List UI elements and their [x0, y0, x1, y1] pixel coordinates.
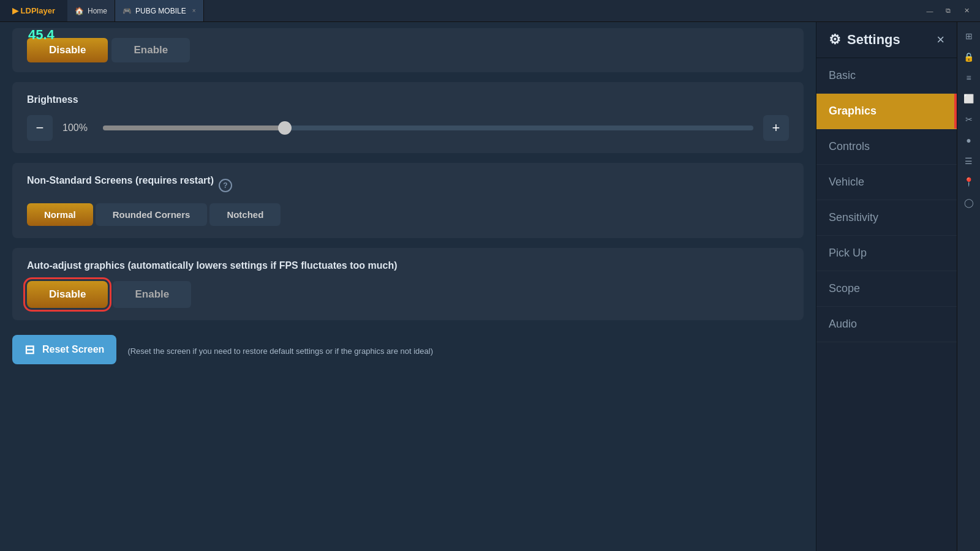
- tab-pubg-label: PUBG MOBILE: [135, 7, 186, 15]
- main-content: Disable Enable Brightness − 100% + Non-S…: [0, 22, 957, 551]
- top-enable-button[interactable]: Enable: [111, 38, 190, 62]
- non-standard-card: Non-Standard Screens (requires restart) …: [12, 163, 804, 238]
- fps-display: 45.4: [28, 27, 55, 43]
- brightness-plus-button[interactable]: +: [763, 115, 789, 141]
- maximize-button[interactable]: ⧉: [940, 5, 957, 17]
- tab-close-icon[interactable]: ×: [192, 7, 196, 14]
- screen-notched-button[interactable]: Notched: [209, 203, 281, 226]
- help-icon[interactable]: ?: [219, 179, 232, 192]
- minimize-button[interactable]: —: [921, 5, 938, 17]
- sidebar-item-sensitivity[interactable]: Sensitivity: [816, 200, 957, 236]
- sidebar-item-controls[interactable]: Controls: [816, 129, 957, 165]
- brightness-label: Brightness: [27, 94, 789, 105]
- sidebar-item-audio[interactable]: Audio: [816, 307, 957, 342]
- window-controls: — ⧉ ✕: [921, 5, 980, 17]
- auto-adjust-buttons: Disable Enable: [27, 281, 789, 308]
- brightness-slider-fill: [103, 126, 285, 130]
- auto-enable-button[interactable]: Enable: [113, 281, 191, 308]
- sidebar-item-vehicle[interactable]: Vehicle: [816, 165, 957, 200]
- right-icons-bar: ⊞ 🔒 ≡ ⬜ ✂ ● ☰ 📍 ◯: [957, 22, 980, 551]
- right-icon-window[interactable]: ⬜: [960, 89, 978, 108]
- right-icon-1[interactable]: ⊞: [960, 27, 978, 45]
- screen-options: Normal Rounded Corners Notched: [27, 203, 789, 226]
- right-icon-circle[interactable]: ◯: [960, 193, 978, 212]
- top-bar: ▶ LDPlayer 🏠 Home 🎮 PUBG MOBILE × — ⧉ ✕: [0, 0, 980, 22]
- close-button[interactable]: ✕: [958, 5, 975, 17]
- sidebar-item-pickup[interactable]: Pick Up: [816, 236, 957, 271]
- settings-close-button[interactable]: ×: [937, 32, 944, 48]
- settings-header: ⚙ Settings ×: [816, 22, 957, 58]
- screen-rounded-button[interactable]: Rounded Corners: [96, 203, 208, 226]
- brightness-slider-thumb[interactable]: [278, 121, 292, 135]
- home-icon: 🏠: [75, 7, 84, 15]
- auto-disable-button[interactable]: Disable: [27, 281, 108, 308]
- brightness-card: Brightness − 100% +: [12, 82, 804, 153]
- screen-normal-button[interactable]: Normal: [27, 203, 93, 226]
- tab-pubg[interactable]: 🎮 PUBG MOBILE ×: [115, 0, 204, 21]
- settings-sidebar: ⚙ Settings × Basic Graphics Controls Veh…: [816, 22, 957, 551]
- sidebar-menu: Basic Graphics Controls Vehicle Sensitiv…: [816, 58, 957, 551]
- non-standard-label: Non-Standard Screens (requires restart): [27, 175, 214, 186]
- sidebar-item-graphics[interactable]: Graphics: [816, 94, 957, 129]
- reset-area: ⊟ Reset Screen (Reset the screen if you …: [12, 330, 804, 374]
- settings-gear-icon: ⚙: [829, 32, 841, 48]
- tab-home[interactable]: 🏠 Home: [67, 0, 115, 21]
- app-logo: ▶ LDPlayer: [0, 0, 67, 21]
- right-icon-scissors[interactable]: ✂: [960, 110, 978, 129]
- right-icon-record[interactable]: ●: [960, 131, 978, 149]
- right-icon-list[interactable]: ☰: [960, 152, 978, 170]
- right-icon-menu[interactable]: ≡: [960, 69, 978, 87]
- reset-screen-description: (Reset the screen if you need to restore…: [127, 347, 433, 356]
- auto-adjust-card: Auto-adjust graphics (automatically lowe…: [12, 248, 804, 320]
- brightness-minus-button[interactable]: −: [27, 115, 53, 141]
- right-icon-location[interactable]: 📍: [960, 173, 978, 191]
- settings-panel: Disable Enable Brightness − 100% + Non-S…: [0, 22, 816, 551]
- top-toggle-group: Disable Enable: [27, 38, 789, 62]
- reset-screen-button[interactable]: ⊟ Reset Screen: [12, 335, 116, 364]
- settings-title: ⚙ Settings: [829, 32, 900, 48]
- top-toggle-card: Disable Enable: [12, 28, 804, 72]
- brightness-slider[interactable]: [103, 126, 753, 130]
- right-icon-lock[interactable]: 🔒: [960, 48, 978, 66]
- brightness-controls: − 100% +: [27, 115, 789, 141]
- reset-screen-icon: ⊟: [24, 342, 35, 357]
- brightness-value: 100%: [62, 122, 93, 133]
- sidebar-item-basic[interactable]: Basic: [816, 58, 957, 94]
- sidebar-item-scope[interactable]: Scope: [816, 271, 957, 307]
- pubg-icon: 🎮: [123, 7, 132, 15]
- reset-screen-label: Reset Screen: [42, 344, 104, 355]
- auto-adjust-label: Auto-adjust graphics (automatically lowe…: [27, 260, 789, 271]
- tab-home-label: Home: [88, 7, 107, 15]
